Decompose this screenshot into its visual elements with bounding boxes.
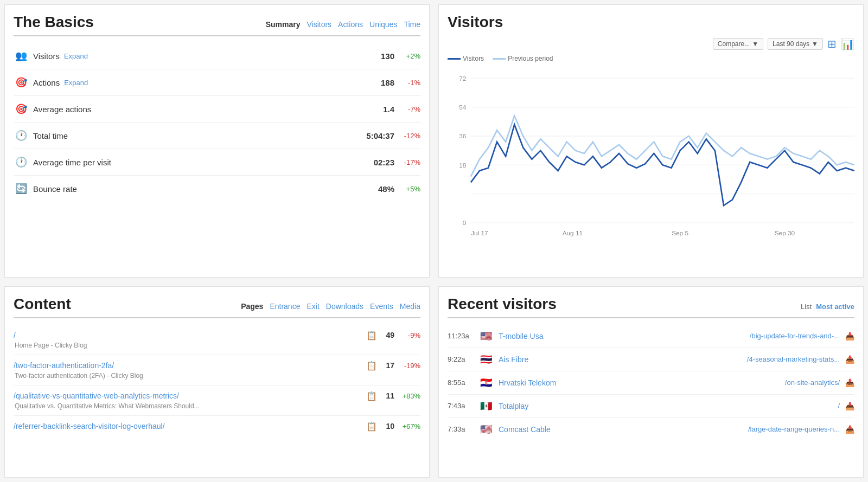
chart-controls: Compare... ▼ Last 90 days ▼ ⊞ 📊: [448, 37, 854, 50]
content-header: Content Pages Entrance Exit Downloads Ev…: [14, 295, 420, 318]
visitor-flag-5: 🇺🇸: [480, 423, 493, 435]
basics-title: The Basics: [14, 14, 94, 31]
actions-value: 188: [381, 78, 394, 87]
recent-visitors-panel: Recent visitors List Most active 11:23a …: [438, 286, 864, 478]
visitor-page-4[interactable]: /: [838, 402, 840, 410]
visitors-value: 130: [381, 52, 394, 61]
visitor-page-5[interactable]: /large-date-range-queries-n...: [748, 425, 840, 433]
tab-media[interactable]: Media: [400, 302, 420, 311]
tab-actions[interactable]: Actions: [338, 20, 363, 29]
tab-list[interactable]: List: [801, 303, 812, 311]
tab-entrance[interactable]: Entrance: [270, 302, 300, 311]
visitor-time-2: 9:22a: [448, 355, 475, 363]
metric-total-time: 🕐 Total time 5:04:37 -12%: [14, 123, 420, 149]
visitor-row-5: 7:33a 🇺🇸 Comcast Cable /large-date-range…: [448, 418, 854, 441]
tab-downloads[interactable]: Downloads: [326, 302, 363, 311]
svg-text:Sep 30: Sep 30: [775, 229, 795, 236]
page-action-icon-metrics: 📋: [366, 391, 377, 401]
visitor-flag-4: 🇲🇽: [480, 400, 493, 412]
visitors-panel: Visitors Compare... ▼ Last 90 days ▼ ⊞ 📊…: [438, 4, 864, 278]
content-title: Content: [14, 295, 71, 313]
tab-visitors[interactable]: Visitors: [307, 20, 331, 29]
basics-tab-nav: Summary Visitors Actions Uniques Time: [266, 20, 420, 29]
visitor-page-2[interactable]: /4-seasonal-marketing-stats...: [747, 355, 840, 363]
bounce-label: Bounce rate: [33, 184, 378, 194]
visitor-page-3[interactable]: /on-site-analytics/: [785, 378, 840, 387]
avg-time-icon: 🕐: [14, 155, 29, 170]
page-action-icon-referrer: 📋: [366, 421, 377, 432]
page-row-home: / 📋 49 -9% Home Page - Clicky Blog: [14, 325, 420, 355]
metric-visitors: 👥 Visitors Expand 130 +2%: [14, 43, 420, 69]
tab-uniques[interactable]: Uniques: [369, 20, 397, 29]
recent-title: Recent visitors: [448, 295, 557, 313]
visitor-isp-2[interactable]: Ais Fibre: [499, 355, 742, 364]
page-subtitle-metrics: Qualitative vs. Quantitative Metrics: Wh…: [14, 402, 420, 410]
total-time-icon: 🕐: [14, 128, 29, 143]
avg-time-label: Average time per visit: [33, 158, 374, 167]
basics-header: The Basics Summary Visitors Actions Uniq…: [14, 14, 420, 36]
actions-expand[interactable]: Expand: [64, 79, 88, 87]
period-button[interactable]: Last 90 days ▼: [768, 38, 823, 50]
avg-actions-label: Average actions: [33, 105, 383, 114]
page-subtitle-2fa: Two-factor authentication (2FA) - Clicky…: [14, 372, 420, 380]
chart-icon[interactable]: 📊: [841, 37, 854, 50]
visitor-page-1[interactable]: /big-update-for-trends-and-...: [750, 332, 840, 340]
visitor-isp-5[interactable]: Comcast Cable: [499, 425, 743, 434]
visitor-action-4: 📥: [845, 402, 854, 410]
visitor-row-4: 7:43a 🇲🇽 Totalplay / 📥: [448, 395, 854, 418]
visitor-flag-3: 🇭🇷: [480, 377, 493, 389]
page-count-referrer: 10: [381, 422, 394, 430]
visitor-time-3: 8:55a: [448, 378, 475, 387]
svg-text:Aug 11: Aug 11: [563, 229, 583, 236]
visitor-isp-1[interactable]: T-mobile Usa: [499, 332, 744, 340]
visitor-row-3: 8:55a 🇭🇷 Hrvatski Telekom /on-site-analy…: [448, 371, 854, 395]
bounce-icon: 🔄: [14, 181, 29, 196]
visitors-expand[interactable]: Expand: [64, 52, 88, 60]
legend-line-visitors: [448, 58, 461, 60]
svg-text:72: 72: [459, 75, 466, 82]
compare-button[interactable]: Compare... ▼: [713, 38, 763, 50]
page-link-home[interactable]: /: [14, 331, 366, 339]
visitor-time-1: 11:23a: [448, 332, 475, 340]
page-row-referrer: /referrer-backlink-search-visitor-log-ov…: [14, 416, 420, 437]
legend-line-previous: [493, 58, 506, 60]
page-change-metrics: +83%: [401, 392, 420, 400]
tab-exit[interactable]: Exit: [307, 302, 319, 311]
svg-text:Sep 5: Sep 5: [672, 229, 688, 236]
tab-summary[interactable]: Summary: [266, 20, 301, 29]
metric-bounce: 🔄 Bounce rate 48% +5%: [14, 176, 420, 202]
export-icon[interactable]: ⊞: [827, 37, 837, 50]
tab-events[interactable]: Events: [370, 302, 393, 311]
visitors-title: Visitors: [448, 14, 854, 31]
bounce-change: +5%: [401, 185, 420, 193]
page-link-metrics[interactable]: /qualitative-vs-quantitative-web-analyti…: [14, 391, 366, 400]
page-count-2fa: 17: [381, 361, 394, 370]
bounce-value: 48%: [378, 184, 394, 194]
page-link-referrer[interactable]: /referrer-backlink-search-visitor-log-ov…: [14, 422, 366, 430]
visitor-time-4: 7:43a: [448, 402, 475, 410]
visitors-chart: 72 54 36 18 0 Jul 17 Aug 11 Sep 5 Sep 30: [448, 67, 854, 240]
visitor-isp-3[interactable]: Hrvatski Telekom: [499, 378, 780, 387]
tab-pages[interactable]: Pages: [241, 302, 263, 311]
visitor-isp-4[interactable]: Totalplay: [499, 402, 832, 410]
total-time-change: -12%: [401, 132, 420, 140]
tab-time[interactable]: Time: [404, 20, 420, 29]
total-time-label: Total time: [33, 131, 366, 140]
page-count-metrics: 11: [381, 391, 394, 400]
avg-actions-icon: 🎯: [14, 101, 29, 117]
visitors-label: Visitors Expand: [33, 52, 381, 61]
actions-label: Actions Expand: [33, 78, 381, 87]
svg-text:18: 18: [459, 162, 467, 169]
avg-actions-change: -7%: [401, 105, 420, 113]
page-count-home: 49: [381, 331, 394, 339]
avg-actions-value: 1.4: [383, 105, 394, 114]
recent-header: Recent visitors List Most active: [448, 295, 854, 318]
page-change-2fa: -19%: [401, 362, 420, 370]
chart-svg: 72 54 36 18 0 Jul 17 Aug 11 Sep 5 Sep 30: [448, 67, 854, 240]
page-link-2fa[interactable]: /two-factor-authentication-2fa/: [14, 361, 366, 370]
tab-most-active[interactable]: Most active: [816, 303, 854, 311]
svg-text:36: 36: [459, 132, 467, 139]
avg-time-change: -17%: [401, 158, 420, 166]
avg-time-value: 02:23: [374, 158, 394, 167]
recent-tabs: List Most active: [801, 303, 854, 311]
